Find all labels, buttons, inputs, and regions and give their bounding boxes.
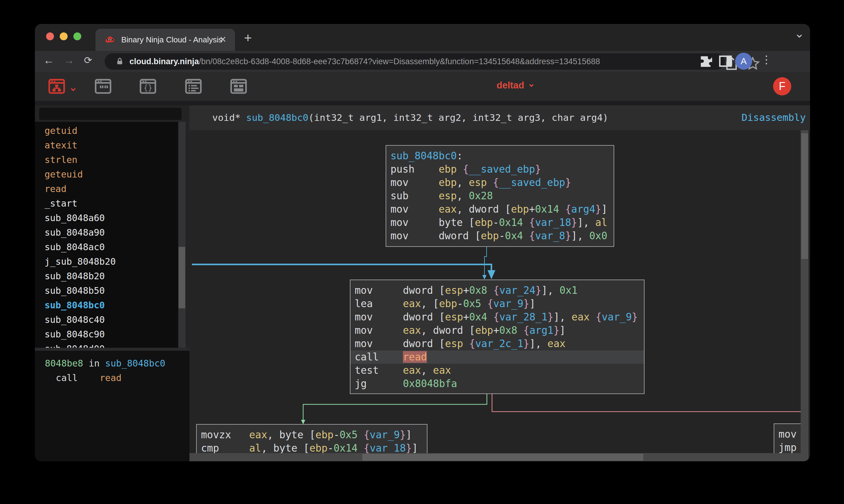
asm-instruction[interactable]: mov dword [esp+0x8 {var_24}], 0x1 xyxy=(350,284,644,297)
token: var_9 xyxy=(493,298,523,309)
function-list-item[interactable]: read xyxy=(35,182,178,196)
token: 0x8 xyxy=(469,284,487,296)
graph-canvas[interactable]: sub_8048bc0:push ebp {__saved_ebp}mov eb… xyxy=(189,130,800,453)
basic-block-entry[interactable]: sub_8048bc0:push ebp {__saved_ebp}mov eb… xyxy=(385,145,614,247)
token: { xyxy=(469,338,475,349)
function-list-item[interactable]: sub_8048c40 xyxy=(35,312,178,327)
asm-instruction[interactable]: mov dword [esp {var_2c_1}], eax xyxy=(350,337,644,350)
forward-button[interactable]: → xyxy=(64,54,74,67)
sidebar-scrollbar-thumb[interactable] xyxy=(178,247,185,308)
token: 0x4 xyxy=(469,311,487,323)
function-list-item[interactable]: geteuid xyxy=(35,167,178,182)
asm-instruction[interactable]: movzx eax, byte [ebp-0x5 {var_9}] xyxy=(197,428,427,442)
token: { xyxy=(463,163,469,175)
asm-instruction[interactable]: sub esp, 0x28 xyxy=(386,189,614,203)
function-list-item[interactable]: strlen xyxy=(35,152,178,167)
asm-instruction[interactable]: mov ebp, esp {__saved_ebp} xyxy=(386,176,614,189)
asm-instruction[interactable]: mov byte [ebp-0x14 {var_18}], al xyxy=(386,216,614,229)
tab-overflow-chevron-icon[interactable]: ⌄ xyxy=(794,26,805,40)
token: ] xyxy=(412,442,418,453)
function-list-item[interactable]: _start xyxy=(35,196,178,211)
window-maximize-button[interactable] xyxy=(73,32,81,40)
basic-block-movzx[interactable]: movzx eax, byte [ebp-0x5 {var_9}]cmp al,… xyxy=(196,424,428,453)
function-signature[interactable]: void* sub_8048bc0(int32_t arg1, int32_t … xyxy=(212,112,608,123)
token xyxy=(487,284,493,296)
asm-instruction[interactable]: cmp al, byte [ebp-0x14 {var_18}] xyxy=(197,442,427,453)
binary-ninja-cloud-favicon xyxy=(105,34,116,45)
binary-name-dropdown[interactable]: deltad xyxy=(497,80,524,91)
function-list-item[interactable]: sub_8048ac0 xyxy=(35,240,178,254)
function-list-item[interactable]: sub_8048b20 xyxy=(35,269,178,284)
url-host: cloud.binary.ninja xyxy=(130,57,199,66)
token: } xyxy=(632,311,638,323)
asm-instruction[interactable]: mov eax, dword [ebp+0x14 {arg4}] xyxy=(386,203,614,216)
asm-instruction[interactable]: mov dword [ebp-0x4 {var_8}], 0x0 xyxy=(386,229,614,242)
graph-vertical-scrollbar-thumb[interactable] xyxy=(801,133,808,259)
asm-instruction[interactable]: push ebp {__saved_ebp} xyxy=(386,163,614,176)
tab-close-icon[interactable]: ✕ xyxy=(220,35,226,44)
function-list-item[interactable]: sub_8048b50 xyxy=(35,284,178,298)
asm-instruction[interactable]: sub_8048bc0: xyxy=(386,149,614,163)
log-view-icon[interactable] xyxy=(184,77,203,96)
window-minimize-button[interactable] xyxy=(60,32,68,40)
browser-profile-avatar[interactable]: A xyxy=(735,53,752,70)
menu-kebab-icon[interactable]: ⋮ xyxy=(761,53,772,66)
token: dword [ xyxy=(403,311,445,323)
window-close-button[interactable] xyxy=(46,32,54,40)
browser-tab[interactable]: Binary Ninja Cloud - Analysis ✕ xyxy=(96,29,235,51)
token: , byte [ xyxy=(261,442,310,453)
graph-view-chevron-icon[interactable]: ⌄ xyxy=(69,81,77,93)
graph-view-icon[interactable] xyxy=(47,77,66,96)
asm-instruction[interactable]: mov dword [esp+0x4 {var_28_1}], eax {var… xyxy=(350,310,644,324)
asm-instruction[interactable]: jg 0x8048bfa xyxy=(350,377,644,391)
function-list-item[interactable]: atexit xyxy=(35,138,178,152)
asm-instruction[interactable]: test eax, eax xyxy=(350,364,644,377)
graph-vertical-scrollbar[interactable] xyxy=(800,130,809,461)
function-list-item[interactable]: getuid xyxy=(35,124,178,138)
token: esp xyxy=(445,284,463,296)
extensions-puzzle-icon[interactable] xyxy=(697,53,714,70)
basic-block-call-read[interactable]: mov dword [esp+0x8 {var_24}], 0x1lea eax… xyxy=(350,280,644,394)
asm-instruction[interactable]: jmp xyxy=(774,441,800,453)
token: { xyxy=(493,284,499,296)
function-list-item[interactable]: j_sub_8048b20 xyxy=(35,254,178,269)
function-list-item[interactable]: sub_8048a90 xyxy=(35,226,178,240)
side-panel-icon[interactable] xyxy=(717,53,734,70)
token: eax xyxy=(571,311,590,323)
binary-name-chevron-icon[interactable]: ⌄ xyxy=(528,78,535,89)
token: sub_8048bc0 xyxy=(391,150,457,162)
function-filter-box[interactable] xyxy=(39,108,182,120)
token: + xyxy=(493,324,499,336)
basic-block-right-partial[interactable]: movjmp xyxy=(774,424,800,453)
pseudocode-view-icon[interactable]: {} xyxy=(139,77,157,96)
reload-button[interactable]: ⟳ xyxy=(84,55,92,66)
token: mov xyxy=(391,203,439,215)
memory-view-icon[interactable] xyxy=(229,77,248,96)
url-bar[interactable]: cloud.binary.ninja/bn/08c2e8cb-63d8-4008… xyxy=(105,53,725,70)
token: in xyxy=(83,358,105,368)
linear-view-icon[interactable] xyxy=(94,77,113,96)
token: ], xyxy=(577,217,596,228)
function-list-item[interactable]: sub_8048d00 xyxy=(35,342,178,348)
function-list-item[interactable]: sub_8048a60 xyxy=(35,211,178,226)
asm-instruction[interactable]: mov eax, dword [ebp+0x8 {arg1}] xyxy=(350,324,644,337)
token: var_18 xyxy=(535,217,571,228)
graph-horizontal-scrollbar[interactable] xyxy=(189,453,800,461)
asm-instruction[interactable]: call read xyxy=(350,350,644,364)
token xyxy=(590,311,596,323)
user-avatar[interactable]: F xyxy=(773,77,791,95)
new-tab-button[interactable]: + xyxy=(244,32,252,43)
function-list-item[interactable]: sub_8048bc0 xyxy=(35,298,178,312)
asm-instruction[interactable]: lea eax, [ebp-0x5 {var_9}] xyxy=(350,297,644,310)
token: } xyxy=(406,442,412,453)
graph-horizontal-scrollbar-thumb[interactable] xyxy=(362,454,643,461)
token: mov xyxy=(355,284,403,296)
view-selector[interactable]: Disassembly xyxy=(742,112,806,123)
browser-window: Binary Ninja Cloud - Analysis ✕ + ⌄ ← → … xyxy=(35,24,810,461)
function-list-item[interactable]: sub_8048c90 xyxy=(35,327,178,342)
asm-instruction[interactable]: mov xyxy=(774,428,800,441)
token: } xyxy=(523,338,529,349)
token: ] xyxy=(406,429,412,441)
back-button[interactable]: ← xyxy=(44,54,54,67)
sidebar-scrollbar[interactable] xyxy=(178,122,186,348)
